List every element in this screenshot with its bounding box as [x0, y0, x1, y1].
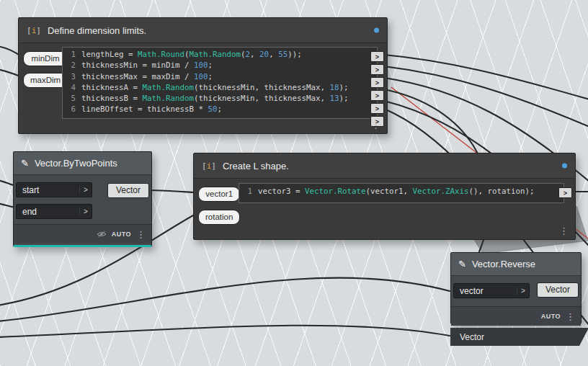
wire — [0, 278, 450, 321]
node-header[interactable]: ✎ Vector.ByTwoPoints — [14, 152, 151, 175]
node-define-dimension-limits[interactable]: [i] Define dimension limits. minDimmaxDi… — [18, 17, 388, 134]
code-token: lineBOffset = thicknessB * — [81, 104, 208, 114]
node-menu-icon[interactable]: ⋮ — [559, 226, 569, 236]
output-ports: >>>>>> — [370, 51, 384, 127]
code-token: ); — [339, 83, 349, 92]
wire — [384, 55, 588, 99]
node-footer: AUTO ⋮ — [14, 224, 151, 244]
output-port-1[interactable]: > — [558, 187, 572, 198]
line-number: 4 — [67, 82, 76, 93]
node-body: start>end> Vector — [14, 175, 151, 224]
preview-state-dot[interactable] — [562, 164, 567, 169]
vector-preview-label: Vector — [460, 332, 484, 342]
code-token: 13 — [330, 94, 339, 103]
code-line: 5thicknessB = Math.Random(thicknessMin, … — [67, 93, 373, 104]
pencil-icon: ✎ — [458, 259, 466, 269]
input-ports: minDimmaxDim — [23, 51, 68, 88]
output-port-2[interactable]: > — [370, 64, 384, 75]
wire — [149, 190, 194, 192]
code-token: thicknessMin = minDim / — [81, 61, 194, 70]
node-create-l-shape[interactable]: [i] Create L shape. vector1rotation 1vec… — [193, 153, 576, 240]
output-port-3[interactable]: > — [370, 77, 384, 88]
code-editor[interactable]: 1lengthLeg = Math.Round(Math.Random(2, 2… — [62, 47, 378, 119]
code-token: lengthLeg = — [81, 50, 138, 59]
output-port-1[interactable]: > — [370, 51, 384, 62]
code-token: Vector.Rotate — [305, 187, 366, 196]
code-token: 18 — [330, 83, 339, 92]
code-token: 20 — [259, 50, 269, 59]
code-line: 3thicknessMax = maxDim / 100; — [67, 71, 373, 82]
node-vector-reverse[interactable]: ✎ Vector.Reverse vector> Vector AUTO ⋮ — [450, 252, 582, 324]
code-token: (thicknessMin, thicknessMax, — [194, 83, 330, 92]
node-menu-icon[interactable]: ⋮ — [136, 229, 146, 240]
code-token: Math.Round — [138, 50, 184, 59]
code-token: Math.Random — [143, 94, 195, 103]
code-token: ; — [208, 61, 213, 70]
input-port-rotation[interactable]: rotation — [198, 210, 240, 225]
port-chevron-icon: > — [79, 186, 92, 194]
wire — [384, 66, 588, 127]
code-token: thicknessA = — [81, 83, 143, 92]
port-chevron-icon: > — [79, 207, 92, 215]
code-editor[interactable]: 1vector3 = Vector.Rotate(vector1, Vector… — [239, 183, 564, 203]
input-port-start[interactable]: start> — [16, 182, 92, 197]
node-header[interactable]: [i] Define dimension limits. — [19, 18, 387, 43]
node-title: Vector.ByTwoPoints — [35, 158, 117, 169]
code-line: 6lineBOffset = thicknessB * 50; — [67, 104, 373, 115]
preview-eye-off-icon[interactable] — [97, 231, 107, 238]
code-line: 2thicknessMin = minDim / 100; — [67, 60, 373, 71]
lacing-auto-label[interactable]: AUTO — [541, 313, 561, 320]
line-number: 5 — [67, 93, 76, 104]
preview-state-dot[interactable] — [374, 28, 379, 33]
node-body: minDimmaxDim 1lengthLeg = Math.Round(Mat… — [19, 43, 387, 133]
output-ports: > — [558, 187, 572, 198]
code-token: ; — [218, 104, 223, 114]
vector-preview-bar[interactable]: Vector — [450, 328, 588, 346]
code-token: , — [269, 50, 278, 59]
port-label: end — [17, 207, 79, 217]
port-label: start — [17, 185, 79, 195]
line-number: 1 — [244, 185, 252, 198]
input-port-vector[interactable]: vector> — [453, 283, 530, 298]
pencil-icon: ✎ — [21, 158, 29, 169]
line-number: 1 — [67, 49, 76, 60]
line-number: 2 — [67, 60, 76, 71]
input-port-end[interactable]: end> — [16, 204, 92, 219]
code-block-icon: [i] — [27, 26, 41, 35]
code-token: Math.Random — [143, 83, 195, 92]
code-token: thicknessB = — [81, 94, 143, 103]
node-title: Vector.Reverse — [472, 259, 535, 269]
output-port-5[interactable]: > — [370, 103, 384, 114]
line-number: 6 — [67, 104, 76, 115]
node-menu-icon[interactable]: ⋮ — [566, 311, 575, 322]
code-token: , — [250, 50, 259, 59]
node-menu-icon[interactable]: ⋮ — [371, 120, 380, 130]
input-port-vector1[interactable]: vector1 — [198, 187, 240, 202]
code-token: )); — [288, 50, 302, 59]
code-block-icon: [i] — [202, 161, 216, 171]
code-line: 1lengthLeg = Math.Round(Math.Random(2, 2… — [67, 49, 373, 60]
code-token: ); — [339, 94, 349, 103]
code-token: 100 — [194, 61, 208, 70]
port-label: vector — [454, 286, 517, 296]
input-ports: vector> — [453, 283, 530, 298]
node-body: vector1rotation 1vector3 = Vector.Rotate… — [194, 179, 575, 239]
lacing-auto-label[interactable]: AUTO — [112, 231, 131, 238]
node-header[interactable]: [i] Create L shape. — [194, 153, 575, 179]
code-token: 55 — [278, 50, 288, 59]
node-footer: AUTO ⋮ — [451, 306, 581, 326]
input-port-maxDim[interactable]: maxDim — [23, 73, 68, 88]
output-port-vector[interactable]: Vector — [537, 282, 579, 298]
input-port-minDim[interactable]: minDim — [23, 51, 68, 66]
node-header[interactable]: ✎ Vector.Reverse — [451, 253, 581, 276]
node-vector-bytwopoints[interactable]: ✎ Vector.ByTwoPoints start>end> Vector A… — [13, 151, 152, 247]
output-port-vector[interactable]: Vector — [107, 183, 149, 198]
code-token: thicknessMax = maxDim / — [81, 72, 194, 81]
code-token: Math.Random — [190, 50, 241, 59]
output-port-4[interactable]: > — [370, 90, 384, 101]
code-token: 50 — [208, 104, 218, 114]
code-token: ; — [208, 72, 213, 81]
input-ports: vector1rotation — [198, 187, 240, 225]
code-token: 100 — [194, 72, 208, 81]
port-chevron-icon: > — [517, 287, 529, 295]
